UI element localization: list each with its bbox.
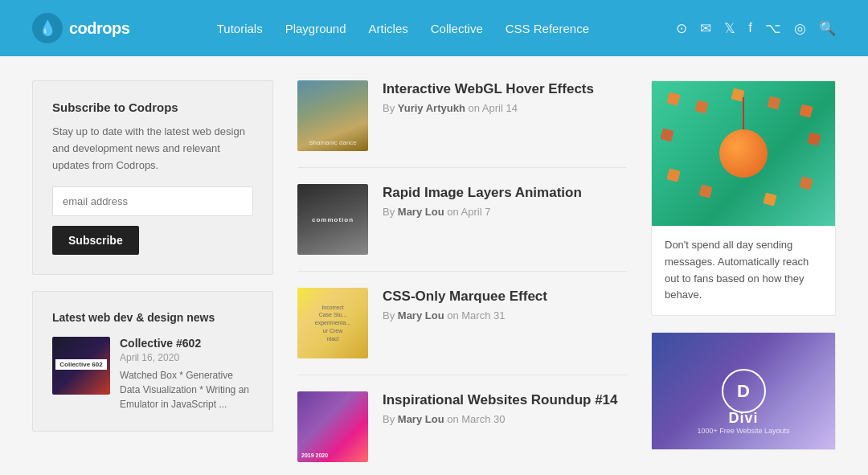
logo-area: 💧 codrops [32, 13, 129, 43]
logo-icon: 💧 [32, 13, 63, 43]
article-title-2[interactable]: Rapid Image Layers Animation [383, 184, 582, 202]
article-title-1[interactable]: Interactive WebGL Hover Effects [383, 80, 594, 98]
ad-image-1 [652, 81, 835, 226]
article-date-2: April 7 [461, 206, 491, 218]
news-item: Collective 602 Collective #602 April 16,… [52, 337, 253, 412]
cube [694, 100, 708, 113]
news-badge: Collective 602 [55, 359, 106, 370]
cube [763, 192, 776, 206]
nav-articles[interactable]: Articles [369, 22, 408, 35]
article-info-2: Rapid Image Layers Animation By Mary Lou… [383, 184, 582, 218]
divi-logo-circle: D [722, 369, 766, 413]
cube [799, 176, 813, 190]
article-meta-1: By Yuriy Artyukh on April 14 [383, 102, 594, 114]
cube [666, 168, 680, 182]
cube [698, 184, 712, 198]
subscribe-title: Subscribe to Codrops [52, 100, 253, 114]
thumb-1-label: Shamanic dance [309, 139, 357, 146]
divi-sub-text: 1000+ Free Website Layouts [697, 427, 789, 435]
article-title-4[interactable]: Inspirational Websites Roundup #14 [383, 391, 618, 409]
article-item: commotion Rapid Image Layers Animation B… [297, 184, 627, 272]
github-icon[interactable]: ⌥ [765, 20, 781, 37]
ad-body-text-1: Don't spend all day sending messages. Au… [665, 237, 822, 304]
article-author-3: Mary Lou [398, 309, 444, 321]
articles-list: Shamanic dance Interactive WebGL Hover E… [297, 80, 627, 475]
article-item: IncorrectCase Stu...experimenta...ur Cre… [297, 288, 627, 375]
article-thumb-1[interactable]: Shamanic dance [297, 80, 368, 151]
nav-collective[interactable]: Collective [431, 22, 483, 35]
article-info-3: CSS-Only Marquee Effect By Mary Lou on M… [383, 288, 547, 321]
article-thumb-2[interactable]: commotion [297, 184, 368, 255]
subscribe-button[interactable]: Subscribe [52, 226, 139, 255]
article-date-3: March 31 [461, 309, 505, 321]
ad-text-1: Don't spend all day sending messages. Au… [652, 226, 835, 315]
header-icons: ⊙ ✉ 𝕏 f ⌥ ◎ 🔍 [676, 20, 836, 37]
divi-text: Divi 1000+ Free Website Layouts [697, 410, 789, 435]
main-content: Subscribe to Codrops Stay up to date wit… [0, 56, 868, 475]
article-date-4: March 30 [461, 413, 505, 425]
grapefruit-fruit [719, 129, 768, 178]
article-item: Shamanic dance Interactive WebGL Hover E… [297, 80, 627, 168]
article-info-1: Interactive WebGL Hover Effects By Yuriy… [383, 80, 594, 114]
cube [666, 92, 680, 105]
ad-image-2: D Divi 1000+ Free Website Layouts [652, 333, 835, 449]
article-author-1: Yuriy Artyukh [398, 102, 465, 114]
article-author-2: Mary Lou [398, 206, 444, 218]
thumb-4-label: 2019 2020 [301, 452, 328, 458]
cube [767, 96, 780, 109]
news-item-desc: Watched Box * Generative Data Visualizat… [120, 368, 253, 412]
facebook-icon[interactable]: f [748, 20, 752, 36]
cube [660, 128, 674, 141]
article-item: 2019 2020 Inspirational Websites Roundup… [297, 391, 627, 475]
nav-tutorials[interactable]: Tutorials [217, 22, 263, 35]
ad-block-1[interactable]: Don't spend all day sending messages. Au… [651, 80, 836, 316]
article-info-4: Inspirational Websites Roundup #14 By Ma… [383, 391, 618, 425]
article-meta-4: By Mary Lou on March 30 [383, 413, 618, 425]
nav-playground[interactable]: Playground [285, 22, 346, 35]
subscribe-box: Subscribe to Codrops Stay up to date wit… [32, 80, 273, 275]
nav-css-reference[interactable]: CSS Reference [506, 22, 589, 35]
logo-text[interactable]: codrops [69, 19, 129, 38]
article-meta-2: By Mary Lou on April 7 [383, 206, 582, 218]
cube [807, 132, 821, 145]
article-date-1: April 14 [482, 102, 518, 114]
news-thumb: Collective 602 [52, 337, 110, 395]
article-thumb-4[interactable]: 2019 2020 [297, 391, 368, 462]
rss-icon[interactable]: ⊙ [676, 20, 687, 37]
article-author-4: Mary Lou [398, 413, 444, 425]
left-sidebar: Subscribe to Codrops Stay up to date wit… [32, 80, 273, 475]
right-sidebar: Don't spend all day sending messages. Au… [651, 80, 836, 475]
news-box: Latest web dev & design news Collective … [32, 291, 273, 432]
grapefruit-scene [652, 81, 835, 226]
cube [799, 104, 813, 117]
thumb-2-label: commotion [312, 216, 354, 223]
subscribe-desc: Stay up to date with the latest web desi… [52, 124, 253, 174]
article-title-3[interactable]: CSS-Only Marquee Effect [383, 288, 547, 305]
twitter-icon[interactable]: 𝕏 [724, 20, 735, 37]
article-thumb-3[interactable]: IncorrectCase Stu...experimenta...ur Cre… [297, 288, 368, 358]
instagram-icon[interactable]: ◎ [794, 20, 806, 37]
news-content: Collective #602 April 16, 2020 Watched B… [120, 337, 253, 412]
main-nav: Tutorials Playground Articles Collective… [217, 22, 589, 35]
news-item-title[interactable]: Collective #602 [120, 337, 253, 350]
header: 💧 codrops Tutorials Playground Articles … [0, 0, 868, 56]
email-input[interactable] [52, 186, 253, 216]
search-icon[interactable]: 🔍 [819, 20, 836, 37]
news-title: Latest web dev & design news [52, 311, 253, 324]
mail-icon[interactable]: ✉ [700, 20, 711, 37]
article-meta-3: By Mary Lou on March 31 [383, 309, 547, 321]
ad-block-2[interactable]: D Divi 1000+ Free Website Layouts [651, 332, 836, 450]
news-item-date: April 16, 2020 [120, 352, 253, 363]
